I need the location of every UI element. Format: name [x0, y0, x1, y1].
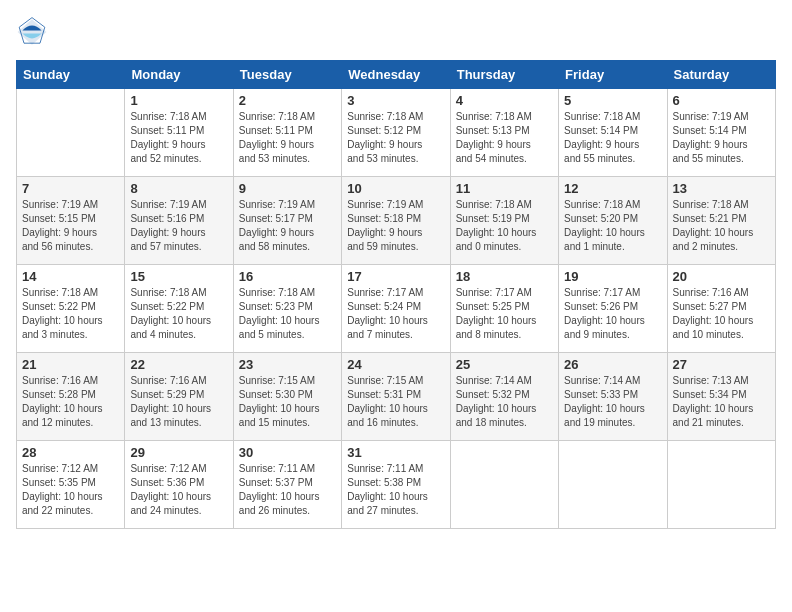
cell-content: Sunrise: 7:19 AM Sunset: 5:18 PM Dayligh… [347, 198, 444, 254]
calendar-cell: 23Sunrise: 7:15 AM Sunset: 5:30 PM Dayli… [233, 353, 341, 441]
col-header-thursday: Thursday [450, 61, 558, 89]
cell-content: Sunrise: 7:13 AM Sunset: 5:34 PM Dayligh… [673, 374, 770, 430]
day-number: 9 [239, 181, 336, 196]
cell-content: Sunrise: 7:19 AM Sunset: 5:17 PM Dayligh… [239, 198, 336, 254]
day-number: 13 [673, 181, 770, 196]
day-number: 6 [673, 93, 770, 108]
calendar-cell: 11Sunrise: 7:18 AM Sunset: 5:19 PM Dayli… [450, 177, 558, 265]
day-number: 25 [456, 357, 553, 372]
calendar-cell: 10Sunrise: 7:19 AM Sunset: 5:18 PM Dayli… [342, 177, 450, 265]
cell-content: Sunrise: 7:18 AM Sunset: 5:13 PM Dayligh… [456, 110, 553, 166]
logo [16, 16, 52, 48]
day-number: 26 [564, 357, 661, 372]
calendar-cell: 21Sunrise: 7:16 AM Sunset: 5:28 PM Dayli… [17, 353, 125, 441]
day-number: 22 [130, 357, 227, 372]
cell-content: Sunrise: 7:15 AM Sunset: 5:31 PM Dayligh… [347, 374, 444, 430]
page-header [16, 16, 776, 48]
calendar-cell: 17Sunrise: 7:17 AM Sunset: 5:24 PM Dayli… [342, 265, 450, 353]
cell-content: Sunrise: 7:18 AM Sunset: 5:19 PM Dayligh… [456, 198, 553, 254]
col-header-wednesday: Wednesday [342, 61, 450, 89]
calendar-cell: 7Sunrise: 7:19 AM Sunset: 5:15 PM Daylig… [17, 177, 125, 265]
calendar-cell: 8Sunrise: 7:19 AM Sunset: 5:16 PM Daylig… [125, 177, 233, 265]
cell-content: Sunrise: 7:16 AM Sunset: 5:29 PM Dayligh… [130, 374, 227, 430]
day-number: 3 [347, 93, 444, 108]
day-number: 20 [673, 269, 770, 284]
day-number: 27 [673, 357, 770, 372]
day-number: 29 [130, 445, 227, 460]
day-number: 4 [456, 93, 553, 108]
day-number: 12 [564, 181, 661, 196]
day-number: 17 [347, 269, 444, 284]
col-header-sunday: Sunday [17, 61, 125, 89]
day-number: 8 [130, 181, 227, 196]
cell-content: Sunrise: 7:17 AM Sunset: 5:25 PM Dayligh… [456, 286, 553, 342]
col-header-monday: Monday [125, 61, 233, 89]
cell-content: Sunrise: 7:17 AM Sunset: 5:26 PM Dayligh… [564, 286, 661, 342]
week-row-2: 14Sunrise: 7:18 AM Sunset: 5:22 PM Dayli… [17, 265, 776, 353]
cell-content: Sunrise: 7:18 AM Sunset: 5:11 PM Dayligh… [239, 110, 336, 166]
cell-content: Sunrise: 7:18 AM Sunset: 5:22 PM Dayligh… [130, 286, 227, 342]
cell-content: Sunrise: 7:19 AM Sunset: 5:16 PM Dayligh… [130, 198, 227, 254]
calendar-cell: 5Sunrise: 7:18 AM Sunset: 5:14 PM Daylig… [559, 89, 667, 177]
calendar-cell: 12Sunrise: 7:18 AM Sunset: 5:20 PM Dayli… [559, 177, 667, 265]
week-row-4: 28Sunrise: 7:12 AM Sunset: 5:35 PM Dayli… [17, 441, 776, 529]
cell-content: Sunrise: 7:18 AM Sunset: 5:22 PM Dayligh… [22, 286, 119, 342]
cell-content: Sunrise: 7:12 AM Sunset: 5:36 PM Dayligh… [130, 462, 227, 518]
calendar-cell: 18Sunrise: 7:17 AM Sunset: 5:25 PM Dayli… [450, 265, 558, 353]
calendar-cell: 15Sunrise: 7:18 AM Sunset: 5:22 PM Dayli… [125, 265, 233, 353]
calendar-cell: 27Sunrise: 7:13 AM Sunset: 5:34 PM Dayli… [667, 353, 775, 441]
day-number: 30 [239, 445, 336, 460]
day-number: 18 [456, 269, 553, 284]
day-number: 21 [22, 357, 119, 372]
cell-content: Sunrise: 7:11 AM Sunset: 5:38 PM Dayligh… [347, 462, 444, 518]
cell-content: Sunrise: 7:18 AM Sunset: 5:23 PM Dayligh… [239, 286, 336, 342]
day-number: 7 [22, 181, 119, 196]
day-number: 24 [347, 357, 444, 372]
calendar-cell: 24Sunrise: 7:15 AM Sunset: 5:31 PM Dayli… [342, 353, 450, 441]
calendar-cell: 26Sunrise: 7:14 AM Sunset: 5:33 PM Dayli… [559, 353, 667, 441]
cell-content: Sunrise: 7:16 AM Sunset: 5:27 PM Dayligh… [673, 286, 770, 342]
calendar-table: SundayMondayTuesdayWednesdayThursdayFrid… [16, 60, 776, 529]
cell-content: Sunrise: 7:18 AM Sunset: 5:12 PM Dayligh… [347, 110, 444, 166]
logo-icon [16, 16, 48, 48]
week-row-1: 7Sunrise: 7:19 AM Sunset: 5:15 PM Daylig… [17, 177, 776, 265]
calendar-cell: 28Sunrise: 7:12 AM Sunset: 5:35 PM Dayli… [17, 441, 125, 529]
cell-content: Sunrise: 7:12 AM Sunset: 5:35 PM Dayligh… [22, 462, 119, 518]
calendar-cell: 3Sunrise: 7:18 AM Sunset: 5:12 PM Daylig… [342, 89, 450, 177]
day-number: 2 [239, 93, 336, 108]
cell-content: Sunrise: 7:19 AM Sunset: 5:15 PM Dayligh… [22, 198, 119, 254]
day-number: 11 [456, 181, 553, 196]
day-number: 5 [564, 93, 661, 108]
calendar-cell: 31Sunrise: 7:11 AM Sunset: 5:38 PM Dayli… [342, 441, 450, 529]
calendar-cell: 6Sunrise: 7:19 AM Sunset: 5:14 PM Daylig… [667, 89, 775, 177]
calendar-cell: 2Sunrise: 7:18 AM Sunset: 5:11 PM Daylig… [233, 89, 341, 177]
cell-content: Sunrise: 7:18 AM Sunset: 5:20 PM Dayligh… [564, 198, 661, 254]
week-row-3: 21Sunrise: 7:16 AM Sunset: 5:28 PM Dayli… [17, 353, 776, 441]
cell-content: Sunrise: 7:18 AM Sunset: 5:14 PM Dayligh… [564, 110, 661, 166]
day-number: 31 [347, 445, 444, 460]
col-header-tuesday: Tuesday [233, 61, 341, 89]
day-number: 23 [239, 357, 336, 372]
calendar-header: SundayMondayTuesdayWednesdayThursdayFrid… [17, 61, 776, 89]
col-header-saturday: Saturday [667, 61, 775, 89]
cell-content: Sunrise: 7:17 AM Sunset: 5:24 PM Dayligh… [347, 286, 444, 342]
day-number: 19 [564, 269, 661, 284]
calendar-cell: 16Sunrise: 7:18 AM Sunset: 5:23 PM Dayli… [233, 265, 341, 353]
calendar-cell: 29Sunrise: 7:12 AM Sunset: 5:36 PM Dayli… [125, 441, 233, 529]
calendar-cell: 1Sunrise: 7:18 AM Sunset: 5:11 PM Daylig… [125, 89, 233, 177]
cell-content: Sunrise: 7:18 AM Sunset: 5:21 PM Dayligh… [673, 198, 770, 254]
day-number: 16 [239, 269, 336, 284]
calendar-cell: 30Sunrise: 7:11 AM Sunset: 5:37 PM Dayli… [233, 441, 341, 529]
col-header-friday: Friday [559, 61, 667, 89]
day-number: 28 [22, 445, 119, 460]
calendar-cell: 19Sunrise: 7:17 AM Sunset: 5:26 PM Dayli… [559, 265, 667, 353]
calendar-body: 1Sunrise: 7:18 AM Sunset: 5:11 PM Daylig… [17, 89, 776, 529]
calendar-cell: 20Sunrise: 7:16 AM Sunset: 5:27 PM Dayli… [667, 265, 775, 353]
calendar-cell: 25Sunrise: 7:14 AM Sunset: 5:32 PM Dayli… [450, 353, 558, 441]
day-number: 14 [22, 269, 119, 284]
calendar-cell [559, 441, 667, 529]
calendar-cell: 9Sunrise: 7:19 AM Sunset: 5:17 PM Daylig… [233, 177, 341, 265]
calendar-cell: 13Sunrise: 7:18 AM Sunset: 5:21 PM Dayli… [667, 177, 775, 265]
day-number: 10 [347, 181, 444, 196]
calendar-cell: 14Sunrise: 7:18 AM Sunset: 5:22 PM Dayli… [17, 265, 125, 353]
